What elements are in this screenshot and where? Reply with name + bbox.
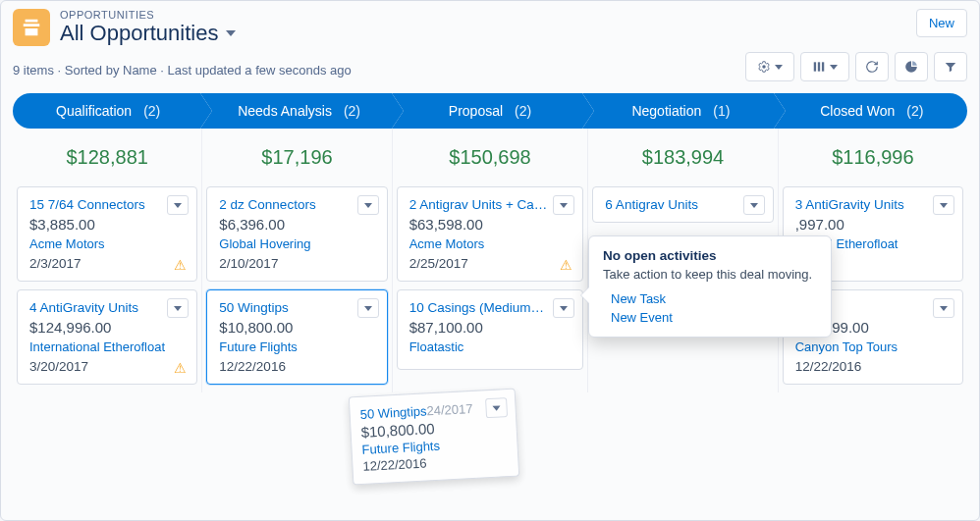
account-link[interactable]: Future Flights	[219, 339, 297, 354]
card-menu-button[interactable]	[357, 195, 379, 215]
account-link[interactable]: Acme Motors	[409, 236, 485, 251]
card-menu-button[interactable]	[933, 195, 954, 215]
account-link[interactable]: Canyon Top Tours	[795, 339, 898, 354]
opportunity-link[interactable]: 4 AntiGravity Units	[29, 300, 187, 315]
account-link[interactable]: International Etherofloat	[29, 339, 165, 354]
opportunity-link[interactable]: 6 Antigrav Units	[605, 197, 762, 212]
kanban-card[interactable]: 15 7/64 Connectors $3,885.00 Acme Motors…	[17, 186, 197, 282]
card-menu-button[interactable]	[743, 195, 765, 215]
kanban-card[interactable]: 2 dz Connectors $6,396.00 Global Hoverin…	[206, 186, 387, 282]
card-menu-button[interactable]	[167, 298, 189, 318]
kanban-card[interactable]: 2 Antigrav Units + Ca… $63,598.00 Acme M…	[397, 186, 584, 282]
opportunity-link[interactable]: 10 Casings (Medium…	[409, 300, 573, 315]
display-toggle-button[interactable]	[800, 52, 849, 81]
card-amount: ,997.00	[795, 216, 953, 233]
stage-closed-won[interactable]: Closed Won(2)	[777, 93, 967, 129]
opportunity-link[interactable]: 3 AntiGravity Units	[795, 197, 953, 212]
list-view-title[interactable]: All Opportunities	[60, 21, 218, 46]
new-button[interactable]: New	[916, 9, 967, 37]
activity-popover: No open activities Take action to keep t…	[588, 235, 832, 338]
opportunity-link[interactable]: 2 Antigrav Units + Ca…	[409, 197, 573, 212]
card-menu-button[interactable]	[553, 195, 574, 215]
popover-title: No open activities	[603, 248, 817, 263]
card-menu-button[interactable]	[933, 298, 954, 318]
warning-icon[interactable]: ⚠	[174, 257, 187, 273]
list-view-switcher-icon[interactable]	[226, 30, 236, 36]
list-view-controls-button[interactable]	[745, 52, 794, 81]
stage-total: $183,994	[592, 129, 773, 186]
svg-rect-3	[822, 62, 824, 71]
refresh-button[interactable]	[855, 52, 889, 81]
card-menu-button[interactable]	[485, 397, 508, 418]
stage-total: $150,698	[397, 129, 584, 186]
card-amount: $63,598.00	[409, 216, 573, 233]
account-link[interactable]: Acme Motors	[29, 236, 105, 251]
warning-icon[interactable]: ⚠	[560, 257, 572, 273]
svg-rect-1	[814, 62, 816, 71]
card-amount: $10,800.00	[219, 319, 376, 336]
stage-proposal[interactable]: Proposal(2)	[395, 93, 585, 129]
stage-needs-analysis[interactable]: Needs Analysis(2)	[203, 93, 394, 129]
card-menu-button[interactable]	[167, 195, 189, 215]
card-menu-button[interactable]	[357, 298, 379, 318]
status-line: 9 items · Sorted by Name · Last updated …	[13, 63, 352, 78]
opportunity-link[interactable]: 50 Wingtips	[219, 300, 376, 315]
new-task-link[interactable]: New Task	[611, 291, 817, 306]
stage-qualification[interactable]: Qualification(2)	[13, 93, 203, 129]
opportunity-link[interactable]: 15 7/64 Connectors	[29, 197, 187, 212]
kanban-card[interactable]: 4 AntiGravity Units $124,996.00 Internat…	[17, 289, 197, 385]
stage-total: $128,881	[17, 129, 197, 186]
card-date: 12/22/2016	[795, 359, 953, 374]
stage-total: $17,196	[206, 129, 387, 186]
opportunity-icon	[13, 9, 50, 46]
kanban-card[interactable]: 6 Antigrav Units	[592, 186, 773, 223]
stage-total: $116,996	[783, 129, 963, 186]
card-amount: $87,100.00	[409, 319, 573, 336]
drag-ghost-card[interactable]: 50 Wingtips24/2017 $10,800.00 Future Fli…	[349, 389, 519, 486]
kanban-card[interactable]: 50 Wingtips $10,800.00 Future Flights 12…	[206, 289, 387, 385]
card-menu-button[interactable]	[553, 298, 574, 318]
opportunity-link: 50 Wingtips	[359, 403, 427, 422]
card-date: 2/3/2017	[29, 256, 187, 271]
popover-body: Take action to keep this deal moving.	[603, 267, 817, 282]
warning-icon[interactable]: ⚠	[174, 360, 187, 376]
filter-button[interactable]	[934, 52, 967, 81]
kanban-card[interactable]: 10 Casings (Medium… $87,100.00 Floatasti…	[397, 289, 584, 370]
chart-button[interactable]	[895, 52, 928, 81]
object-overline: OPPORTUNITIES	[60, 9, 236, 21]
account-link[interactable]: Floatastic	[409, 339, 464, 354]
card-amount: $6,396.00	[219, 216, 376, 233]
chevron-down-icon	[775, 65, 783, 70]
card-amount: $124,996.00	[29, 319, 187, 336]
card-amount: $3,885.00	[29, 216, 187, 233]
card-date: 2/10/2017	[219, 256, 376, 271]
stage-negotiation[interactable]: Negotiation(1)	[585, 93, 776, 129]
opportunity-link[interactable]: 2 dz Connectors	[219, 197, 376, 212]
card-date: 12/22/2016	[219, 359, 376, 374]
svg-rect-2	[818, 62, 820, 71]
account-link[interactable]: Global Hovering	[219, 236, 310, 251]
new-event-link[interactable]: New Event	[611, 310, 817, 325]
card-date: 2/25/2017	[409, 256, 573, 271]
svg-point-0	[762, 65, 766, 69]
card-date: 3/20/2017	[29, 359, 187, 374]
chevron-down-icon	[830, 65, 838, 70]
